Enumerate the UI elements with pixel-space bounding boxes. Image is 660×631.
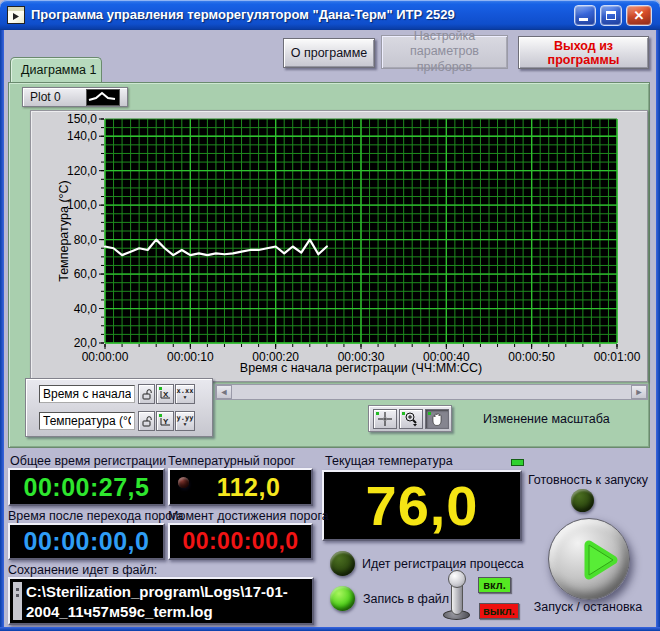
save-file-path-line2: 2004_11ч57м59с_term.log [26, 602, 310, 622]
close-icon[interactable]: ✕ [626, 5, 652, 26]
save-file-path: C:\Sterilization_program\Logs\17-01- 200… [8, 577, 314, 625]
window-frame-right [656, 30, 660, 631]
title-bar: Программа управления терморегулятором "Д… [0, 0, 660, 30]
minimize-icon[interactable] [574, 5, 596, 26]
window-title: Программа управления терморегулятором "Д… [31, 7, 455, 22]
app-window: Программа управления терморегулятором "Д… [0, 0, 660, 631]
plot-legend-label: Plot 0 [30, 90, 61, 104]
scroll-right-icon[interactable]: ► [631, 385, 647, 399]
path-scroll-strip [13, 582, 22, 620]
ready-led [571, 489, 594, 512]
about-button[interactable]: О программе [283, 38, 375, 68]
current-temp-display: 76,0 [322, 470, 522, 541]
chart-horizontal-scrollbar[interactable]: ◄ ► [215, 384, 648, 400]
maximize-icon[interactable] [600, 5, 622, 26]
switch-off-label[interactable]: выкл. [479, 603, 519, 619]
svg-text:Y: Y [163, 417, 169, 426]
time-after-display: 00:00:00,0 [8, 523, 165, 560]
registration-label: Идет регистрация процесса [362, 557, 524, 571]
switch-knob[interactable] [448, 570, 466, 588]
y-scale-lock-button[interactable] [138, 411, 155, 431]
magnifier-icon [403, 411, 419, 427]
file-write-label: Запись в файл [363, 592, 449, 606]
threshold-display: 112,0 [168, 468, 313, 506]
y-tick-label: 150,0 [67, 112, 97, 126]
file-write-led [330, 586, 355, 611]
graph-palette [368, 405, 452, 432]
y-tick-label: 20,0 [74, 336, 98, 350]
current-temp-label: Текущая температура [325, 454, 453, 468]
app-icon [7, 6, 25, 24]
threshold-value: 112,0 [201, 473, 281, 502]
total-time-display: 00:00:27,5 [8, 468, 165, 506]
total-time-label: Общее время регистрации [10, 454, 166, 468]
threshold-moment-label: Момент достижения порога [168, 509, 329, 523]
x-format-button[interactable]: x.xx ▼ [175, 384, 195, 404]
hand-icon [429, 412, 445, 427]
plot-legend[interactable]: Plot 0 [22, 87, 128, 107]
ready-label: Готовность к запуску [524, 473, 652, 487]
threshold-moment-value: 00:00:00,0 [182, 528, 298, 555]
window-frame-left [0, 30, 4, 631]
switch-on-label[interactable]: вкл. [478, 577, 511, 593]
y-autoscale-button[interactable]: Y [156, 411, 174, 431]
svg-text:X: X [163, 390, 169, 399]
window-frame-bottom [0, 627, 660, 631]
x-autoscale-button[interactable]: X [156, 384, 174, 404]
zoom-tool-button[interactable] [399, 409, 423, 429]
cursor-tool-button[interactable] [373, 409, 397, 429]
y-tick-label: 60,0 [74, 267, 98, 281]
time-after-value: 00:00:00,0 [24, 527, 150, 556]
start-stop-button[interactable] [548, 518, 630, 600]
y-tick-label: 40,0 [74, 302, 98, 316]
chart-plot-area[interactable]: 00:00:0000:00:1000:00:2000:00:3000:00:40… [31, 111, 649, 383]
temperature-chart[interactable]: 00:00:0000:00:1000:00:2000:00:3000:00:40… [30, 110, 648, 382]
current-temp-value: 76,0 [366, 473, 479, 538]
file-write-switch[interactable] [440, 570, 474, 622]
start-stop-label: Запуск / остановка [524, 600, 652, 614]
registration-led [330, 551, 355, 576]
tab-diagram1[interactable]: Диаграмма 1 [10, 57, 102, 82]
plot-line-sample [86, 89, 120, 106]
total-time-value: 00:00:27,5 [24, 473, 150, 502]
time-after-label: Время после перехода порога [8, 509, 183, 523]
pan-tool-button[interactable] [425, 409, 449, 429]
y-format-button[interactable]: y.yy ▼ [175, 411, 195, 431]
y-scale-name-input[interactable] [39, 412, 135, 430]
zoom-hint-label: Изменение масштаба [483, 412, 610, 426]
x-scale-name-input[interactable] [39, 385, 135, 403]
threshold-led [178, 477, 189, 488]
y-tick-label: 80,0 [74, 233, 98, 247]
y-axis-label: Температура (°C) [57, 141, 73, 321]
settings-button[interactable]: Настройка параметров приборов [381, 35, 508, 69]
window-body: О программе Настройка параметров приборо… [0, 30, 660, 631]
scale-legend: X x.xx ▼ Y y.yy ▼ [25, 378, 213, 437]
play-icon [583, 536, 623, 584]
threshold-label: Температурный порог [168, 454, 295, 468]
save-file-path-line1: C:\Sterilization_program\Logs\17-01- [26, 582, 310, 602]
crosshair-icon [377, 411, 393, 427]
threshold-moment-display: 00:00:00,0 [168, 523, 313, 560]
save-file-label: Сохранение идет в файл: [8, 563, 157, 577]
exit-button[interactable]: Выход из программы [518, 36, 649, 69]
x-scale-lock-button[interactable] [138, 384, 155, 404]
x-axis-label: Время с начала регистрации (ЧЧ:ММ:СС) [105, 361, 617, 375]
comm-status-indicator [511, 459, 524, 466]
scroll-left-icon[interactable]: ◄ [216, 385, 232, 399]
